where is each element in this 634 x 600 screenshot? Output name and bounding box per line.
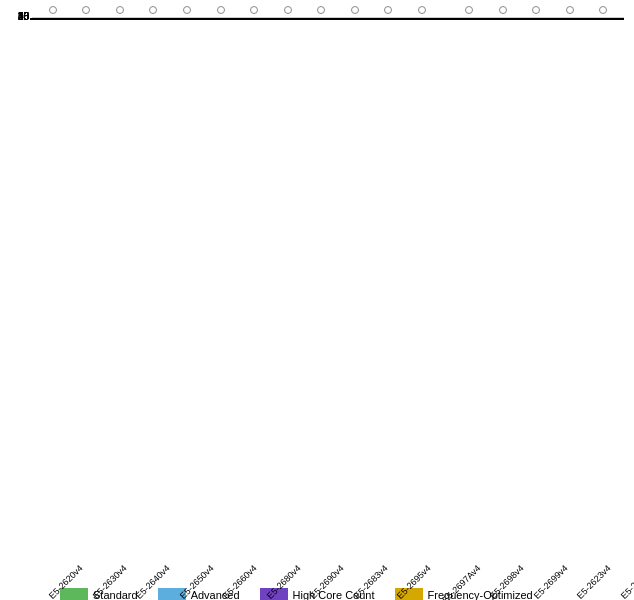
legend-item-frequencyOptimized: Frequency-Optimized — [395, 588, 533, 600]
dot-E5-2623v4 — [465, 6, 473, 14]
dot-E5-2698v4 — [384, 6, 392, 14]
dot-E5-2660v4 — [183, 6, 191, 14]
dot-E5-2643v4 — [532, 6, 540, 14]
dot-E5-2667v4 — [566, 6, 574, 14]
chart-container: 0510152025303540455055 E5-2620v4E5-2630v… — [0, 0, 634, 600]
dot-E5-2637v4 — [499, 6, 507, 14]
chart-area: 0510152025303540455055 E5-2620v4E5-2630v… — [10, 18, 624, 488]
y-tick-55: 55 — [32, 17, 624, 18]
y-axis-label — [10, 18, 30, 488]
dot-E5-2630v4 — [82, 6, 90, 14]
dot-E5-2650v4 — [149, 6, 157, 14]
dot-E5-2687Wv4 — [599, 6, 607, 14]
dot-E5-2695v4 — [317, 6, 325, 14]
dot-E5-2620v4 — [49, 6, 57, 14]
dot-E5-2699v4 — [418, 6, 426, 14]
x-labels-row: E5-2620v4E5-2630v4E5-2640v4E5-2650v4E5-2… — [30, 557, 624, 573]
dot-E5-2697Av4 — [351, 6, 359, 14]
x-label-E5-2637v4: E5-2637v4 — [619, 563, 634, 600]
dot-E5-2680v4 — [217, 6, 225, 14]
dot-E5-2640v4 — [116, 6, 124, 14]
dot-E5-2690v4 — [250, 6, 258, 14]
dot-E5-2683v4 — [284, 6, 292, 14]
chart-inner: 0510152025303540455055 — [30, 18, 624, 20]
y-tick-label-55: 55 — [4, 11, 29, 22]
